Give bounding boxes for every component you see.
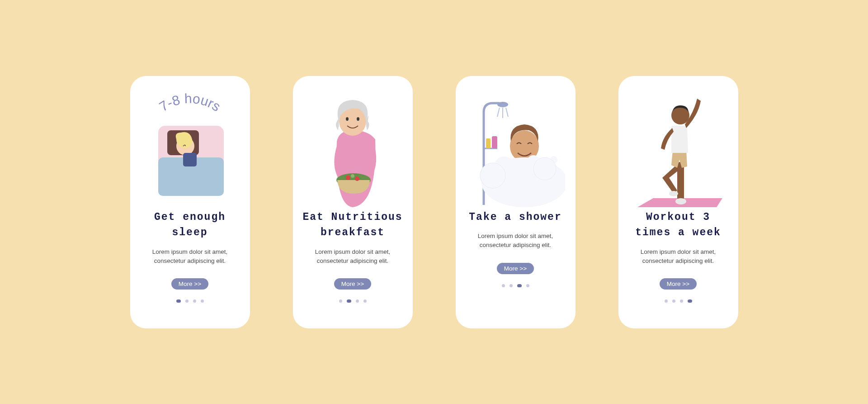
breakfast-illustration <box>301 87 405 209</box>
card-title: Take a shower <box>469 209 561 225</box>
svg-point-13 <box>346 117 349 121</box>
svg-rect-5 <box>183 153 197 166</box>
svg-text:7-8 hours: 7-8 hours <box>156 90 223 114</box>
svg-point-9 <box>346 176 350 180</box>
more-button[interactable]: More >> <box>497 263 534 274</box>
dot-1[interactable] <box>339 299 342 303</box>
svg-rect-21 <box>492 136 497 148</box>
dot-1[interactable] <box>502 284 505 287</box>
dot-1[interactable] <box>665 299 668 303</box>
svg-point-35 <box>675 198 686 204</box>
svg-point-27 <box>547 169 565 187</box>
more-button[interactable]: More >> <box>334 278 371 290</box>
dot-3[interactable] <box>517 284 522 287</box>
onboarding-card-shower: Take a shower Lorem ipsum dolor sit amet… <box>456 76 576 328</box>
onboarding-card-breakfast: Eat Nutritious breakfast Lorem ipsum dol… <box>293 76 413 328</box>
svg-rect-20 <box>486 138 491 148</box>
svg-point-15 <box>497 102 508 107</box>
card-description: Lorem ipsum dolor sit amet, consectetur … <box>464 232 567 250</box>
svg-point-14 <box>357 117 359 121</box>
hours-label: 7-8 hours <box>156 90 223 114</box>
svg-point-11 <box>351 174 354 178</box>
onboarding-card-workout: Workout 3 times a week Lorem ipsum dolor… <box>618 76 738 328</box>
card-title: Workout 3 times a week <box>627 209 730 241</box>
svg-point-30 <box>556 186 561 192</box>
card-title: Get enough sleep <box>138 209 242 241</box>
dot-2[interactable] <box>347 299 351 303</box>
dot-2[interactable] <box>509 284 513 287</box>
svg-point-25 <box>494 157 514 176</box>
dot-2[interactable] <box>185 299 189 303</box>
dot-4[interactable] <box>363 299 367 303</box>
pagination-dots <box>502 284 529 287</box>
dot-4[interactable] <box>201 299 204 303</box>
more-button[interactable]: More >> <box>660 278 697 290</box>
card-description: Lorem ipsum dolor sit amet, consectetur … <box>627 247 730 266</box>
card-description: Lorem ipsum dolor sit amet, consectetur … <box>138 247 242 266</box>
more-button[interactable]: More >> <box>171 278 208 290</box>
pagination-dots <box>176 299 204 303</box>
pagination-dots <box>339 299 367 303</box>
svg-line-16 <box>497 108 500 117</box>
svg-point-10 <box>355 176 359 181</box>
card-title: Eat Nutritious breakfast <box>301 209 405 241</box>
dot-4[interactable] <box>526 284 529 287</box>
sleep-illustration: 7-8 hours <box>138 87 242 209</box>
card-description: Lorem ipsum dolor sit amet, consectetur … <box>301 247 405 266</box>
dot-4[interactable] <box>688 299 692 303</box>
dot-2[interactable] <box>672 299 675 303</box>
dot-3[interactable] <box>193 299 196 303</box>
workout-illustration <box>627 87 730 209</box>
svg-point-36 <box>669 191 678 196</box>
svg-line-18 <box>506 108 508 117</box>
dot-3[interactable] <box>356 299 359 303</box>
onboarding-card-sleep: 7-8 hours Get enough sleep Lorem ipsum d… <box>130 76 250 328</box>
dot-1[interactable] <box>176 299 181 303</box>
dot-3[interactable] <box>680 299 683 303</box>
shower-illustration <box>464 87 567 209</box>
cards-container: 7-8 hours Get enough sleep Lorem ipsum d… <box>103 76 765 328</box>
pagination-dots <box>665 299 692 303</box>
